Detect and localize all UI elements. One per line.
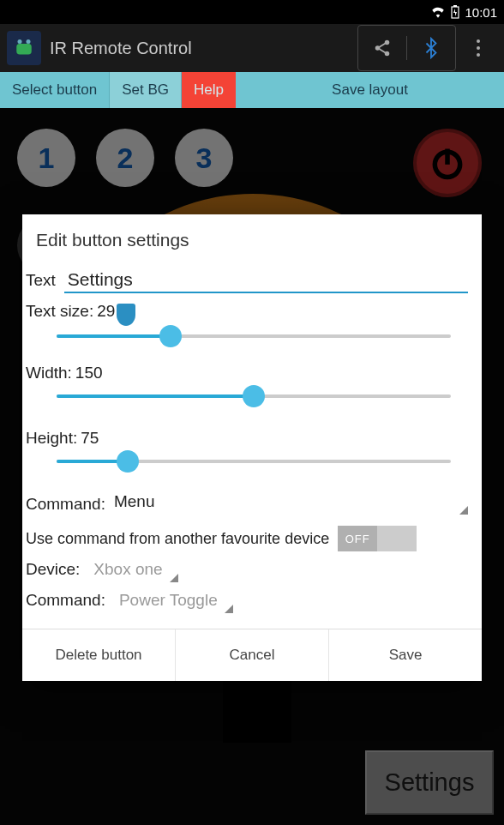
height-label: Height:	[26, 429, 77, 448]
app-icon	[7, 31, 41, 65]
toolbar: Select button Set BG Help Save layout	[0, 72, 504, 108]
device-label: Device:	[26, 560, 80, 579]
svg-point-9	[477, 46, 480, 50]
favourite-device-toggle[interactable]: OFF	[338, 526, 417, 551]
width-slider[interactable]	[26, 382, 468, 417]
svg-point-10	[477, 53, 480, 57]
textsize-value: 29	[97, 302, 115, 321]
favourite-device-label: Use command from another favourite devic…	[26, 530, 329, 548]
screen: 10:01 IR Remote Control Select button	[0, 0, 504, 825]
action-bar: IR Remote Control	[0, 24, 504, 72]
bluetooth-icon[interactable]	[412, 29, 450, 67]
set-bg-button[interactable]: Set BG	[110, 72, 182, 108]
status-time: 10:01	[465, 5, 497, 20]
svg-point-2	[18, 39, 22, 44]
delete-button[interactable]: Delete button	[22, 629, 175, 681]
wifi-icon	[430, 6, 446, 18]
textsize-label: Text size:	[26, 302, 93, 321]
button-text-input[interactable]	[64, 268, 468, 293]
share-icon[interactable]	[363, 29, 401, 67]
edit-button-dialog: Edit button settings Text Text size: 29 …	[22, 214, 482, 681]
app-title: IR Remote Control	[50, 39, 357, 58]
battery-charging-icon	[451, 5, 459, 19]
device-spinner[interactable]: Xbox one	[92, 557, 177, 582]
svg-rect-4	[16, 44, 32, 55]
dropdown-triangle-icon	[170, 574, 178, 582]
svg-point-3	[27, 39, 31, 44]
command2-spinner[interactable]: Power Toggle	[117, 587, 233, 613]
dialog-actions: Delete button Cancel Save	[22, 629, 482, 681]
width-value: 150	[75, 364, 103, 382]
dropdown-triangle-icon	[225, 605, 233, 613]
command2-label: Command:	[26, 591, 105, 610]
select-button[interactable]: Select button	[0, 72, 110, 108]
help-button[interactable]: Help	[182, 72, 236, 108]
command-spinner[interactable]: Menu	[114, 492, 468, 515]
action-group	[357, 25, 456, 71]
status-bar: 10:01	[0, 0, 504, 24]
svg-point-8	[477, 39, 480, 43]
dropdown-triangle-icon	[459, 506, 468, 515]
width-label: Width:	[26, 364, 72, 382]
dialog-title: Edit button settings	[22, 214, 482, 268]
overflow-menu-icon[interactable]	[459, 29, 497, 67]
save-layout-button[interactable]: Save layout	[236, 72, 504, 108]
cancel-button[interactable]: Cancel	[175, 629, 328, 681]
svg-rect-1	[453, 5, 457, 7]
save-button[interactable]: Save	[328, 629, 482, 681]
text-label: Text	[26, 271, 56, 290]
textsize-slider[interactable]	[26, 322, 468, 357]
command-label: Command:	[26, 495, 105, 514]
height-value: 75	[81, 429, 99, 448]
height-slider[interactable]	[26, 448, 468, 482]
